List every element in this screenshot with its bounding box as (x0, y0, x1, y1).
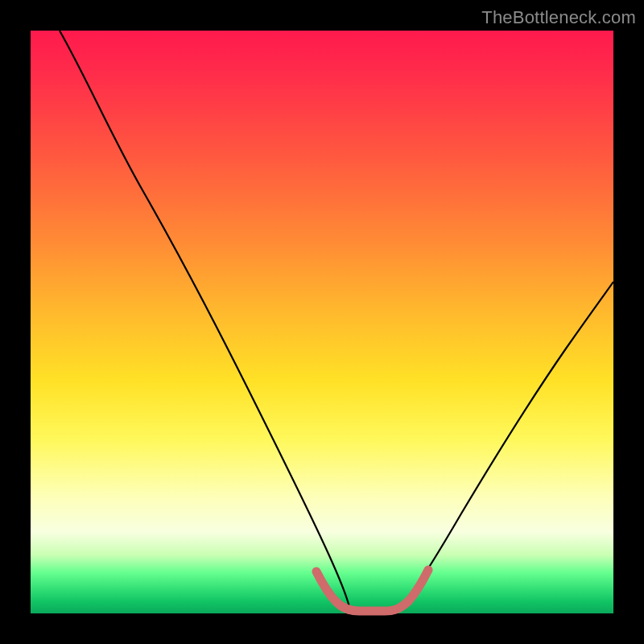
chart-frame: TheBottleneck.com (0, 0, 644, 644)
curves-svg (31, 31, 613, 613)
left-curve (60, 31, 349, 607)
right-curve (400, 282, 613, 609)
bottom-band (316, 570, 428, 611)
watermark-text: TheBottleneck.com (481, 7, 636, 28)
plot-area (31, 31, 613, 613)
